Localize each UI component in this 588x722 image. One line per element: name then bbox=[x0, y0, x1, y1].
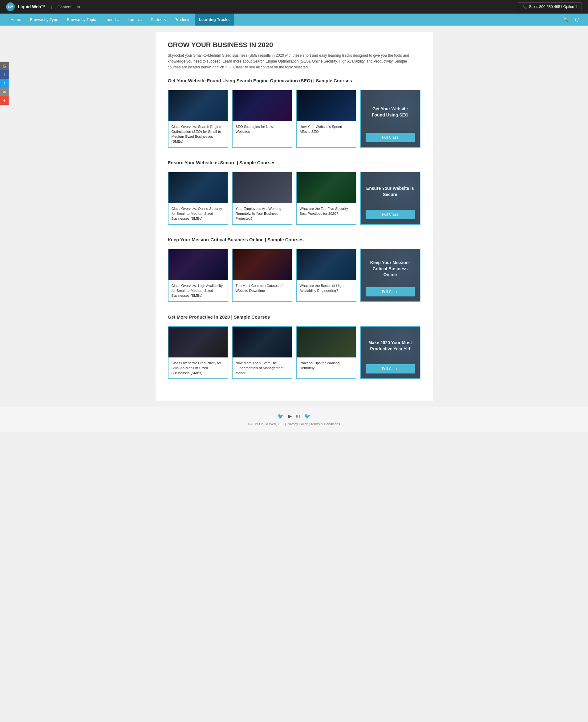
availability-full-class-card[interactable]: Keep Your Mission-Critical Business Onli… bbox=[360, 249, 420, 302]
course-title-ha-3: What are the Basics of High Availability… bbox=[300, 283, 353, 293]
course-card-prod-3[interactable]: Practical Tips for Working Remotely bbox=[296, 326, 356, 379]
nav-icons: 🔍 ⬡ bbox=[560, 14, 582, 25]
nav-i-need[interactable]: I need... bbox=[100, 14, 123, 25]
seo-full-class-btn[interactable]: Full Class bbox=[365, 133, 415, 142]
top-bar: LW Liquid Web™ | Content Hub 📞 Sales 800… bbox=[0, 0, 588, 14]
course-title-sec-1: Class Overview: Online Security for Smal… bbox=[172, 206, 225, 221]
course-image-seo-2 bbox=[233, 90, 292, 121]
course-image-ha-3 bbox=[297, 249, 356, 280]
social-twitter-btn[interactable]: t bbox=[0, 79, 8, 87]
logo-icon: LW bbox=[6, 2, 15, 11]
footer-facebook-icon[interactable]: 🐦 bbox=[277, 413, 284, 419]
course-title-seo-1: Class Overview: Search Engine Optimizati… bbox=[172, 124, 225, 144]
productivity-full-class-title: Make 2020 Your Most Productive Year Yet bbox=[365, 333, 415, 359]
nav-products[interactable]: Products bbox=[170, 14, 194, 25]
seo-full-class-title: Get Your Website Found Using SEO bbox=[365, 97, 415, 128]
availability-full-class-btn[interactable]: Full Class bbox=[365, 287, 415, 296]
footer-social: 🐦 ▶ in 🐦 bbox=[6, 413, 582, 419]
footer-links: ©2019 Liquid Web, LLC | Privacy Policy |… bbox=[6, 422, 582, 426]
course-title-prod-1: Class Overview: Productivity for Small-t… bbox=[172, 360, 225, 375]
security-full-class-title: Ensure Your Website is Secure bbox=[365, 179, 415, 205]
page-description: Skyrocket your Small-to-Medium Sized Bus… bbox=[168, 53, 420, 70]
course-image-ha-2 bbox=[233, 249, 292, 280]
course-title-prod-3: Practical Tips for Working Remotely bbox=[300, 360, 353, 370]
section-security-title: Ensure Your Website is Secure | Sample C… bbox=[168, 160, 420, 168]
course-image-seo-1 bbox=[168, 90, 228, 121]
course-card-prod-1[interactable]: Class Overview: Productivity for Small-t… bbox=[168, 326, 228, 379]
security-course-grid: Class Overview: Online Security for Smal… bbox=[168, 172, 420, 225]
availability-course-grid: Class Overview: High Availability for Sm… bbox=[168, 249, 420, 302]
nav-partners[interactable]: Partners bbox=[146, 14, 170, 25]
nav-browse-topic[interactable]: Browse by Topic bbox=[63, 14, 100, 25]
course-card-ha-2[interactable]: The Most Common Causes of Website Downti… bbox=[232, 249, 292, 302]
availability-full-class-title: Keep Your Mission-Critical Business Onli… bbox=[365, 255, 415, 282]
nav-i-am[interactable]: I am a... bbox=[123, 14, 146, 25]
course-title-prod-2: Now More Than Ever: The Fundamentals of … bbox=[236, 360, 289, 375]
seo-full-class-card[interactable]: Get Your Website Found Using SEO Full Cl… bbox=[360, 90, 420, 148]
share-button[interactable]: ⬡ bbox=[573, 14, 582, 25]
seo-course-grid: Class Overview: Search Engine Optimizati… bbox=[168, 90, 420, 148]
course-card-ha-3[interactable]: What are the Basics of High Availability… bbox=[296, 249, 356, 302]
course-card-sec-1[interactable]: Class Overview: Online Security for Smal… bbox=[168, 172, 228, 225]
section-name: Content Hub bbox=[58, 5, 80, 9]
page-title: GROW YOUR BUSINESS IN 2020 bbox=[168, 41, 420, 49]
course-image-prod-3 bbox=[297, 327, 356, 357]
section-productivity: Get More Productive in 2020 | Sample Cou… bbox=[168, 314, 420, 379]
section-seo: Get Your Website Found Using Search Engi… bbox=[168, 78, 420, 148]
course-card-ha-1[interactable]: Class Overview: High Availability for Sm… bbox=[168, 249, 228, 302]
course-image-sec-3 bbox=[297, 172, 356, 203]
course-card-seo-2[interactable]: SEO Strategies for New Websites bbox=[232, 90, 292, 148]
footer: 🐦 ▶ in 🐦 ©2019 Liquid Web, LLC | Privacy… bbox=[0, 407, 588, 432]
course-title-seo-3: How Your Website's Speed Affects SEO bbox=[300, 124, 353, 134]
phone-icon: 📞 bbox=[522, 5, 527, 9]
nav-browse-type[interactable]: Browse by Type bbox=[25, 14, 63, 25]
sales-button[interactable]: 📞 Sales 800-580-4951 Option 1 bbox=[518, 2, 582, 11]
course-image-seo-3 bbox=[297, 90, 356, 121]
course-card-sec-3[interactable]: What are the Top Five Security Best Prac… bbox=[296, 172, 356, 225]
section-security: Ensure Your Website is Secure | Sample C… bbox=[168, 160, 420, 225]
course-title-sec-3: What are the Top Five Security Best Prac… bbox=[300, 206, 353, 216]
footer-linkedin-icon[interactable]: in bbox=[296, 413, 300, 419]
sales-btn-label: Sales 800-580-4951 Option 1 bbox=[529, 5, 577, 9]
nav-links: Home Browse by Type Browse by Topic I ne… bbox=[6, 14, 234, 25]
logo-area: LW Liquid Web™ | Content Hub bbox=[6, 2, 80, 11]
course-image-prod-1 bbox=[168, 327, 228, 357]
footer-copyright: ©2019 Liquid Web, LLC | Privacy Policy |… bbox=[248, 422, 340, 426]
footer-twitter-icon[interactable]: 🐦 bbox=[304, 413, 311, 419]
productivity-full-class-btn[interactable]: Full Class bbox=[365, 364, 415, 373]
social-email-btn[interactable]: ✉ bbox=[0, 87, 8, 96]
course-title-seo-2: SEO Strategies for New Websites bbox=[236, 124, 289, 134]
course-card-sec-2[interactable]: Your Employees Are Working Remotely. Is … bbox=[232, 172, 292, 225]
course-image-ha-1 bbox=[168, 249, 228, 280]
nav-bar: Home Browse by Type Browse by Topic I ne… bbox=[0, 14, 588, 25]
course-card-prod-2[interactable]: Now More Than Ever: The Fundamentals of … bbox=[232, 326, 292, 379]
course-title-ha-2: The Most Common Causes of Website Downti… bbox=[236, 283, 289, 293]
search-button[interactable]: 🔍 bbox=[560, 14, 571, 25]
social-facebook-btn[interactable]: f bbox=[0, 70, 8, 79]
main-content: GROW YOUR BUSINESS IN 2020 Skyrocket you… bbox=[155, 32, 433, 400]
social-plus-btn[interactable]: + bbox=[0, 96, 8, 105]
social-print-btn[interactable]: 🖨 bbox=[0, 62, 8, 70]
brand-name: Liquid Web™ bbox=[18, 4, 45, 9]
security-full-class-card[interactable]: Ensure Your Website is Secure Full Class bbox=[360, 172, 420, 225]
nav-home[interactable]: Home bbox=[6, 14, 25, 25]
security-full-class-btn[interactable]: Full Class bbox=[365, 210, 415, 219]
course-image-prod-2 bbox=[233, 327, 292, 357]
productivity-course-grid: Class Overview: Productivity for Small-t… bbox=[168, 326, 420, 379]
nav-learning-tracks[interactable]: Learning Tracks bbox=[195, 14, 234, 25]
section-availability: Keep Your Mission-Critical Business Onli… bbox=[168, 237, 420, 302]
section-productivity-title: Get More Productive in 2020 | Sample Cou… bbox=[168, 314, 420, 322]
social-sidebar: 🖨 f t ✉ + bbox=[0, 62, 8, 105]
course-title-sec-2: Your Employees Are Working Remotely. Is … bbox=[236, 206, 289, 221]
footer-youtube-icon[interactable]: ▶ bbox=[288, 413, 292, 419]
section-availability-title: Keep Your Mission-Critical Business Onli… bbox=[168, 237, 420, 245]
course-image-sec-1 bbox=[168, 172, 228, 203]
course-card-seo-3[interactable]: How Your Website's Speed Affects SEO bbox=[296, 90, 356, 148]
productivity-full-class-card[interactable]: Make 2020 Your Most Productive Year Yet … bbox=[360, 326, 420, 379]
course-title-ha-1: Class Overview: High Availability for Sm… bbox=[172, 283, 225, 298]
section-seo-title: Get Your Website Found Using Search Engi… bbox=[168, 78, 420, 86]
course-image-sec-2 bbox=[233, 172, 292, 203]
course-card-seo-1[interactable]: Class Overview: Search Engine Optimizati… bbox=[168, 90, 228, 148]
